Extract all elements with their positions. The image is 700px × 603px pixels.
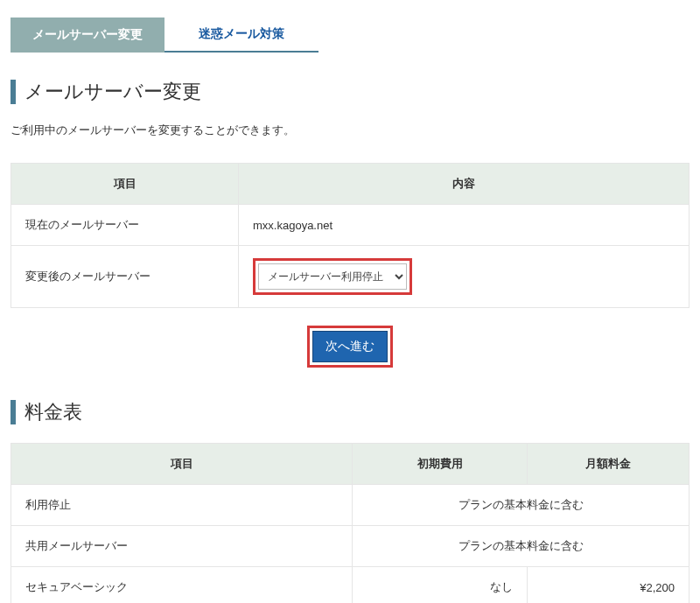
heading-text: メールサーバー変更 xyxy=(24,79,201,105)
col-item-header: 項目 xyxy=(11,444,353,485)
plan-fee-merged: プランの基本料金に含む xyxy=(353,485,690,526)
label-current-server: 現在のメールサーバー xyxy=(11,205,239,246)
mail-server-config-table: 項目 内容 現在のメールサーバー mxx.kagoya.net 変更後のメールサ… xyxy=(10,163,690,308)
section-description: ご利用中のメールサーバーを変更することができます。 xyxy=(10,123,690,138)
button-highlight-box: 次へ進む xyxy=(307,326,393,368)
button-row: 次へ進む xyxy=(10,326,690,368)
pricing-row: 共用メールサーバー プランの基本料金に含む xyxy=(11,526,690,567)
col-monthly-fee-header: 月額料金 xyxy=(528,444,690,485)
plan-monthly-fee: ¥2,200 xyxy=(528,567,690,604)
col-item-header: 項目 xyxy=(11,164,239,205)
section-heading-mail-server-change: メールサーバー変更 xyxy=(10,79,690,105)
tab-spam-settings[interactable]: 迷惑メール対策 xyxy=(164,18,318,53)
plan-name: セキュアベーシック xyxy=(11,567,353,604)
heading-accent-bar xyxy=(10,80,16,104)
pricing-row: セキュアベーシック なし ¥2,200 xyxy=(11,567,690,604)
value-current-server: mxx.kagoya.net xyxy=(239,205,690,246)
select-highlight-box: メールサーバー利用停止 xyxy=(253,258,412,295)
row-current-server: 現在のメールサーバー mxx.kagoya.net xyxy=(11,205,690,246)
tabs: メールサーバー変更 迷惑メール対策 xyxy=(10,18,690,53)
row-after-server: 変更後のメールサーバー メールサーバー利用停止 xyxy=(11,246,690,308)
label-after-server: 変更後のメールサーバー xyxy=(11,246,239,308)
plan-name: 共用メールサーバー xyxy=(11,526,353,567)
pricing-row: 利用停止 プランの基本料金に含む xyxy=(11,485,690,526)
pricing-table: 項目 初期費用 月額料金 利用停止 プランの基本料金に含む 共用メールサーバー … xyxy=(10,443,690,603)
after-server-select[interactable]: メールサーバー利用停止 xyxy=(258,263,407,290)
plan-name: 利用停止 xyxy=(11,485,353,526)
heading-accent-bar xyxy=(10,400,16,424)
section-heading-pricing: 料金表 xyxy=(10,399,690,425)
col-content-header: 内容 xyxy=(239,164,690,205)
col-init-fee-header: 初期費用 xyxy=(353,444,528,485)
tab-mail-server-change[interactable]: メールサーバー変更 xyxy=(10,18,164,53)
plan-fee-merged: プランの基本料金に含む xyxy=(353,526,690,567)
heading-text: 料金表 xyxy=(24,399,82,425)
plan-init-fee: なし xyxy=(353,567,528,604)
next-button[interactable]: 次へ進む xyxy=(312,331,388,362)
cell-after-server: メールサーバー利用停止 xyxy=(239,246,690,308)
